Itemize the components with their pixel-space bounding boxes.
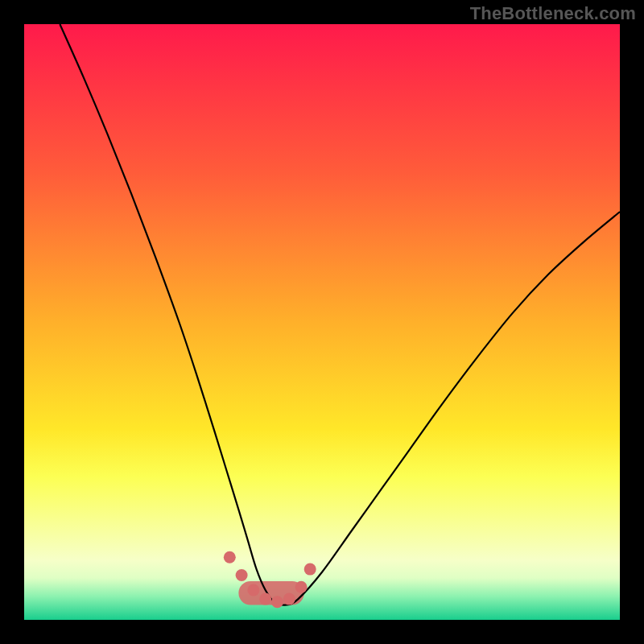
- gradient-background: [24, 24, 620, 620]
- watermark-text: TheBottleneck.com: [470, 3, 636, 24]
- svg-point-2: [236, 569, 248, 581]
- svg-point-8: [304, 564, 316, 576]
- svg-point-5: [271, 596, 283, 608]
- plot-area: [24, 24, 620, 620]
- svg-point-1: [224, 551, 236, 564]
- svg-point-3: [247, 584, 259, 597]
- svg-point-7: [295, 581, 308, 593]
- svg-point-6: [283, 593, 295, 605]
- svg-point-4: [259, 593, 271, 605]
- bottleneck-chart: [24, 24, 620, 620]
- chart-frame: TheBottleneck.com: [0, 0, 644, 644]
